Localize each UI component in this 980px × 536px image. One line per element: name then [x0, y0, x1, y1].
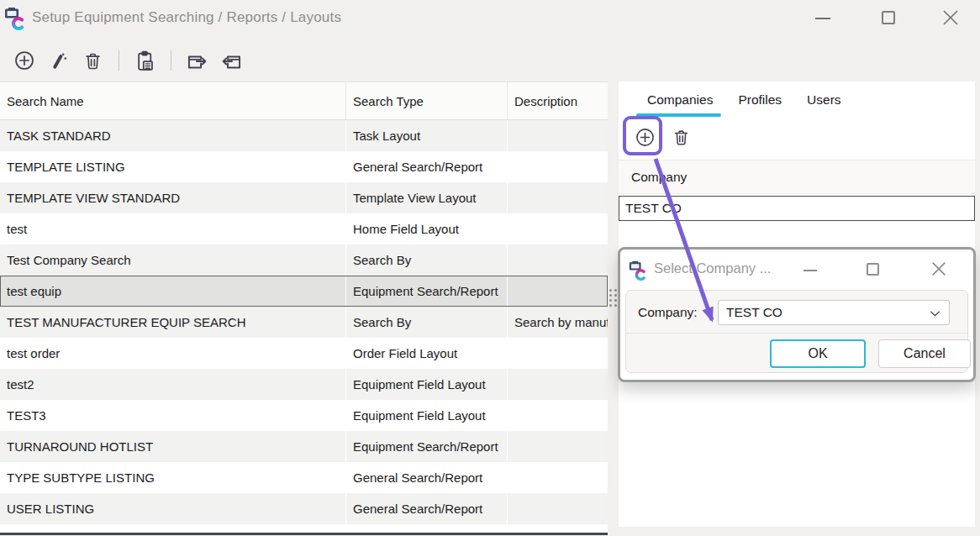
dialog-minimize-icon[interactable]	[803, 270, 817, 271]
window-title: Setup Equipment Searching / Reports / La…	[32, 9, 341, 26]
toolbar-separator	[119, 50, 119, 71]
close-icon[interactable]	[940, 8, 961, 28]
companies-toolbar	[619, 118, 975, 157]
table-row[interactable]: test equipEquipment Search/Report	[0, 276, 608, 307]
cell-search-name: test2	[0, 369, 346, 400]
company-field-row: Company: TEST CO	[626, 291, 967, 334]
company-list: TEST CO	[619, 196, 975, 221]
cell-search-name: test order	[0, 338, 346, 369]
table-body: TASK STANDARDTask LayoutTEMPLATE LISTING…	[0, 120, 608, 524]
table-row[interactable]: Test Company SearchSearch By	[0, 244, 608, 276]
panel-tabs: Companies Profiles Users	[619, 81, 975, 118]
cell-search-name: TURNAROUND HOTLIST	[0, 431, 346, 462]
cell-search-type: General Search/Report	[346, 151, 508, 182]
cell-search-type: Template View Layout	[346, 182, 508, 213]
horizontal-scrollbar[interactable]	[0, 533, 608, 535]
table-row[interactable]: test orderOrder Field Layout	[0, 338, 608, 369]
table-row[interactable]: TEST MANUFACTURER EQUIP SEARCHSearch ByS…	[0, 307, 608, 338]
table-row[interactable]: testHome Field Layout	[0, 213, 608, 244]
company-row[interactable]: TEST CO	[619, 196, 975, 221]
cell-search-name: TEST3	[0, 400, 346, 431]
cell-search-name: USER LISTING	[0, 493, 346, 524]
table-row[interactable]: TURNAROUND HOTLISTEquipment Search/Repor…	[0, 431, 608, 462]
cell-description: Search by manufacturer	[508, 307, 608, 338]
table-row[interactable]: TEMPLATE LISTINGGeneral Search/Report	[0, 151, 608, 182]
column-header-description[interactable]: Description	[508, 82, 608, 119]
cell-description	[508, 369, 608, 400]
cell-description	[508, 244, 608, 276]
chevron-down-icon	[929, 307, 941, 320]
cell-search-name: Test Company Search	[0, 244, 346, 276]
maximize-icon[interactable]	[882, 11, 895, 24]
annotation-highlight-box	[623, 116, 662, 155]
edit-wand-icon[interactable]	[47, 50, 70, 72]
cell-search-name: TEST MANUFACTURER EQUIP SEARCH	[0, 307, 346, 338]
delete-company-icon[interactable]	[670, 126, 693, 149]
dialog-maximize-icon[interactable]	[867, 263, 879, 276]
column-header-search-type[interactable]: Search Type	[346, 82, 508, 119]
ok-button[interactable]: OK	[770, 339, 866, 368]
minimize-icon[interactable]	[815, 18, 830, 19]
cell-search-type: General Search/Report	[346, 462, 508, 493]
select-company-dialog: Select Company ... Company: TEST CO OK C…	[618, 247, 976, 382]
cell-search-name: test	[0, 213, 346, 244]
table-row[interactable]: TASK STANDARDTask Layout	[0, 120, 608, 151]
cell-description	[508, 276, 608, 307]
dialog-close-icon[interactable]	[930, 260, 948, 278]
cell-search-name: TEMPLATE VIEW STANDARD	[0, 182, 346, 213]
cell-search-name: TYPE SUBTYPE LISTING	[0, 462, 346, 493]
cell-search-type: Search By	[346, 307, 508, 338]
cell-description	[508, 493, 608, 524]
cell-search-type: Task Layout	[346, 120, 508, 151]
cell-description	[508, 120, 608, 151]
cell-search-type: Equipment Search/Report	[346, 276, 508, 307]
table-header-row: Search Name Search Type Description	[0, 82, 608, 120]
cell-search-type: Equipment Search/Report	[346, 431, 508, 462]
table-row[interactable]: test2Equipment Field Layout	[0, 369, 608, 400]
cell-search-type: Search By	[346, 244, 508, 276]
cell-description	[508, 431, 608, 462]
company-dropdown-value: TEST CO	[726, 305, 782, 320]
add-icon[interactable]	[13, 50, 35, 72]
table-row[interactable]: USER LISTINGGeneral Search/Report	[0, 493, 608, 524]
cell-search-type: General Search/Report	[346, 493, 508, 524]
titlebar: Setup Equipment Searching / Reports / La…	[0, 0, 980, 39]
layouts-table: Search Name Search Type Description TASK…	[0, 81, 608, 533]
cell-search-type: Home Field Layout	[346, 213, 508, 244]
tab-profiles[interactable]: Profiles	[738, 92, 782, 108]
import-layout-icon[interactable]	[220, 50, 243, 72]
splitter-grip-icon[interactable]	[609, 289, 617, 307]
paste-layout-icon[interactable]	[134, 50, 156, 72]
company-column-header[interactable]: Company	[619, 160, 975, 194]
table-row[interactable]: TEST3Equipment Field Layout	[0, 400, 608, 431]
tab-companies[interactable]: Companies	[647, 92, 713, 108]
tab-users[interactable]: Users	[807, 92, 840, 108]
cell-search-type: Equipment Field Layout	[346, 400, 508, 431]
cell-description	[508, 182, 608, 213]
cancel-button[interactable]: Cancel	[878, 339, 971, 368]
cell-search-type: Order Field Layout	[346, 338, 508, 369]
company-field-label: Company:	[638, 291, 698, 334]
toolbar-separator	[171, 50, 171, 71]
cell-search-type: Equipment Field Layout	[346, 369, 508, 400]
cell-description	[508, 338, 608, 369]
main-toolbar	[0, 40, 243, 81]
cell-description	[508, 151, 608, 182]
cell-search-name: TEMPLATE LISTING	[0, 151, 346, 182]
dialog-titlebar: Select Company ...	[620, 250, 973, 290]
cell-search-name: test equip	[0, 276, 346, 307]
cell-search-name: TASK STANDARD	[0, 120, 346, 151]
app-icon	[629, 260, 649, 281]
cell-description	[508, 462, 608, 493]
app-icon	[4, 7, 28, 30]
export-layout-icon[interactable]	[186, 50, 208, 72]
dialog-title: Select Company ...	[654, 260, 771, 276]
dialog-content: Company: TEST CO OK Cancel	[625, 290, 968, 373]
cell-description	[508, 400, 608, 431]
column-header-search-name[interactable]: Search Name	[0, 82, 346, 119]
table-row[interactable]: TYPE SUBTYPE LISTINGGeneral Search/Repor…	[0, 462, 608, 493]
cell-description	[508, 213, 608, 244]
table-row[interactable]: TEMPLATE VIEW STANDARDTemplate View Layo…	[0, 182, 608, 213]
delete-icon[interactable]	[82, 50, 104, 72]
company-dropdown[interactable]: TEST CO	[718, 300, 950, 325]
